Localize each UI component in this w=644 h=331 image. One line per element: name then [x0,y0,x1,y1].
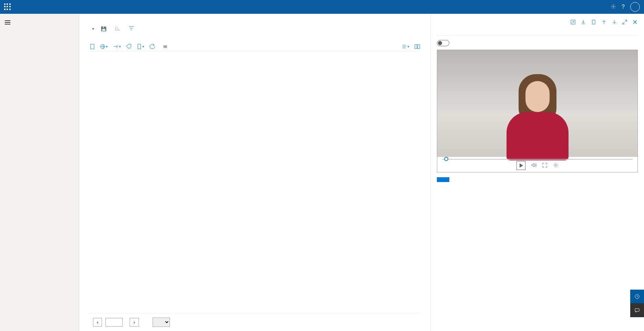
save-query-button[interactable]: 💾 [101,26,109,31]
filter-bar: ▼ 💾 [90,26,420,32]
video-player [437,50,638,172]
list-view-icon[interactable]: ▼ [401,44,410,49]
chevron-down-icon: ▼ [92,27,95,31]
show-pinned-metadata-toggle[interactable] [437,40,449,46]
preview-tabs [437,29,638,36]
svg-point-0 [613,6,614,7]
solutions-header [0,28,79,34]
gear-icon[interactable] [553,162,559,169]
arrow-down-icon[interactable] [612,19,617,26]
expand-icon[interactable] [622,19,627,26]
settings-icon[interactable] [611,4,616,10]
arrow-up-icon[interactable] [601,19,607,26]
layout-icon[interactable] [415,44,420,49]
tag-button[interactable] [437,177,449,182]
user-avatar[interactable] [630,2,640,12]
download-icon[interactable] [581,19,586,26]
refresh-icon[interactable] [150,44,155,49]
file-icon[interactable] [591,19,596,26]
app-header: ? [0,0,644,14]
help-icon[interactable]: ? [622,4,625,10]
svg-rect-10 [635,309,639,311]
svg-rect-5 [418,44,420,49]
play-button[interactable] [517,161,525,170]
content-area: ▼ 💾 ▼ ▼ ▼ ✉ ▼ [79,14,430,331]
results-table [90,52,420,313]
seek-bar[interactable] [442,159,633,160]
file-action-icon[interactable]: ▼ [136,44,145,49]
preview-panel [430,14,644,331]
reset-icon [115,26,120,32]
reading-row-label: ✉ [163,44,169,49]
hamburger-icon[interactable] [0,17,79,28]
tag-action-icon[interactable] [126,44,132,49]
svg-rect-3 [138,44,141,49]
next-page-button[interactable]: › [130,318,139,327]
table-toolbar: ▼ ▼ ▼ ✉ ▼ [90,42,420,52]
items-per-page-select[interactable] [153,318,170,327]
globe-icon[interactable]: ▼ [100,44,108,49]
reset-button[interactable] [115,26,122,32]
svg-rect-4 [415,44,417,49]
close-icon[interactable] [632,19,638,26]
arrow-action-icon[interactable]: ▼ [113,44,121,49]
filter-icon [129,26,134,32]
chat-button[interactable] [630,303,644,317]
sidebar [0,14,79,331]
page-input[interactable] [105,318,123,327]
floating-buttons [630,290,644,317]
document-action-icon[interactable] [90,44,95,49]
popout-icon[interactable] [570,19,576,26]
fullscreen-icon[interactable] [542,162,548,169]
feedback-button[interactable] [630,290,644,303]
saved-queries-button[interactable]: ▼ [90,27,95,31]
video-canvas[interactable] [437,50,637,157]
svg-rect-7 [592,20,595,24]
save-icon: 💾 [101,26,106,31]
svg-point-8 [555,164,556,166]
mail-icon: ✉ [163,44,167,49]
prev-page-button[interactable]: ‹ [93,318,102,327]
pager: ‹ › [90,313,420,331]
svg-rect-1 [91,44,94,49]
app-launcher-icon[interactable] [4,3,11,10]
filters-button[interactable] [129,26,136,32]
volume-icon[interactable] [531,162,536,169]
